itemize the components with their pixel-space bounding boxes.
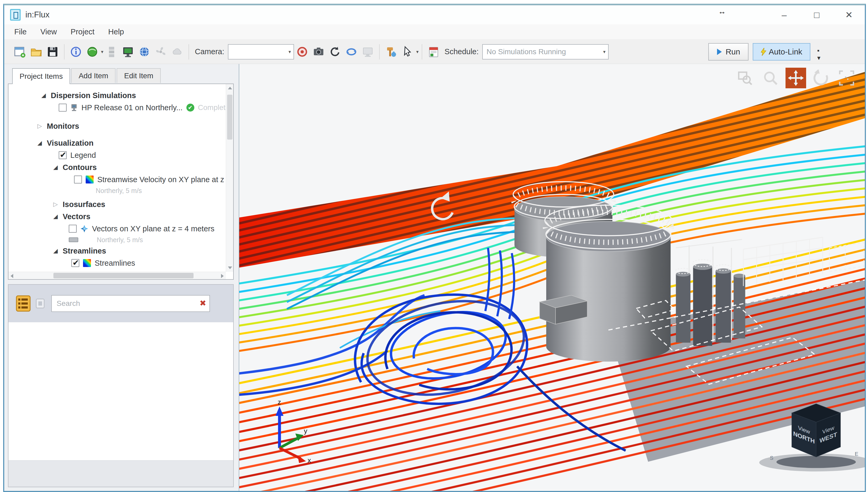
plane-chip-icon xyxy=(69,238,78,242)
scroll-left-icon[interactable] xyxy=(10,274,13,278)
tree-group-streamlines[interactable]: ◢ Streamlines xyxy=(8,245,233,257)
tools-icon[interactable] xyxy=(383,43,399,60)
toolbar-overflow-button[interactable]: ▪▾ xyxy=(817,47,820,62)
tree-group-isosurfaces[interactable]: ▷ Isosurfaces xyxy=(8,198,233,211)
refresh-icon[interactable] xyxy=(327,43,343,60)
record-icon[interactable] xyxy=(294,43,311,60)
expander-icon[interactable]: ◢ xyxy=(52,164,59,171)
tree-group-dispersion-simulations[interactable]: ◢ Dispersion Simulations xyxy=(8,89,233,101)
tree-item-subtitle: Northerly, 5 m/s xyxy=(8,235,233,245)
status-badge: Complete xyxy=(198,103,230,112)
tree-item-streamwise-velocity[interactable]: Streamwise Velocity on XY plane at z = xyxy=(8,173,233,186)
tab-edit-item[interactable]: Edit Item xyxy=(117,68,160,83)
compass-south-label: S xyxy=(770,455,773,461)
window-title: in:Flux xyxy=(25,10,49,20)
streamlines-checkbox[interactable] xyxy=(71,259,79,267)
schedule-value: No Simulations Running xyxy=(487,48,566,56)
project-tree: ◢ Dispersion Simulations HP Release 01 o… xyxy=(8,83,234,280)
expander-icon[interactable]: ◢ xyxy=(52,213,59,220)
hp-release-checkbox[interactable] xyxy=(59,104,67,112)
tree-item-subtitle: Northerly, 5 m/s xyxy=(8,186,233,196)
tree-item-vectors-xy[interactable]: Vectors on XY plane at z = 4 meters xyxy=(8,223,233,235)
tree-item-label: HP Release 01 on Northerly... xyxy=(81,103,183,112)
tree-group-monitors[interactable]: ▷ Monitors xyxy=(8,120,233,132)
legend-checkbox[interactable] xyxy=(59,151,67,159)
tree-item-label: Streamlines xyxy=(95,259,135,268)
menu-file[interactable]: File xyxy=(14,27,27,36)
stack-icon[interactable] xyxy=(103,43,120,60)
list-view-icon[interactable] xyxy=(16,295,31,312)
streamwise-checkbox[interactable] xyxy=(74,175,82,183)
schedule-label: Schedule: xyxy=(444,47,478,56)
clear-search-icon[interactable]: ✖ xyxy=(200,299,206,308)
tree-horizontal-scrollbar[interactable] xyxy=(8,272,226,279)
toolbar-separator xyxy=(189,44,189,59)
save-icon[interactable] xyxy=(44,43,61,60)
compass-east-label: E xyxy=(855,451,858,457)
tree-group-contours[interactable]: ◢ Contours xyxy=(8,161,233,173)
tree-vertical-scrollbar[interactable] xyxy=(226,84,233,272)
zoom-window-icon[interactable] xyxy=(735,68,755,88)
tab-add-item[interactable]: Add Item xyxy=(71,68,116,83)
scroll-down-icon[interactable] xyxy=(228,267,232,269)
scroll-up-icon[interactable] xyxy=(228,87,232,89)
expander-icon[interactable]: ◢ xyxy=(52,247,59,254)
tab-project-items[interactable]: Project Items xyxy=(12,68,70,84)
run-button[interactable]: Run xyxy=(708,43,748,60)
tree-group-label: Visualization xyxy=(47,139,94,148)
scroll-thumb[interactable] xyxy=(227,95,232,140)
viewport-3d[interactable]: z y x View NORTH View WEST S xyxy=(239,64,865,491)
tree-group-visualization[interactable]: ◢ Visualization xyxy=(8,137,233,149)
tree-group-vectors[interactable]: ◢ Vectors xyxy=(8,211,233,223)
flow-scene-svg[interactable]: z y x View NORTH View WEST S xyxy=(239,64,865,491)
scroll-right-icon[interactable] xyxy=(221,274,224,278)
green-globe-icon[interactable] xyxy=(84,43,100,60)
menu-bar: File View Project Help xyxy=(4,24,865,40)
cloud-icon[interactable] xyxy=(169,43,185,60)
rotate-view-icon[interactable] xyxy=(811,68,832,88)
schedule-dropdown-icon: ▾ xyxy=(603,49,605,55)
menu-help[interactable]: Help xyxy=(108,27,124,36)
monitor-icon[interactable] xyxy=(120,43,136,60)
zoom-icon[interactable] xyxy=(760,68,781,88)
menu-project[interactable]: Project xyxy=(71,27,94,36)
open-project-icon[interactable] xyxy=(28,43,44,60)
minimize-button[interactable]: – xyxy=(772,8,796,21)
view-options-icon[interactable] xyxy=(35,297,47,310)
colormap-icon xyxy=(83,259,91,267)
close-button[interactable]: ✕ xyxy=(837,8,861,21)
cursor-dropdown-icon[interactable]: ▾ xyxy=(416,49,419,55)
expander-icon[interactable]: ◢ xyxy=(36,140,43,146)
display-icon[interactable] xyxy=(359,43,376,60)
tree-item-legend[interactable]: Legend xyxy=(8,149,233,161)
pan-icon[interactable] xyxy=(786,68,806,88)
green-globe-dropdown-icon[interactable]: ▾ xyxy=(101,49,103,55)
schedule-select[interactable]: No Simulations Running ▾ xyxy=(482,44,609,59)
info-icon[interactable] xyxy=(68,43,84,60)
viewport-toolbar xyxy=(735,68,857,88)
maximize-button[interactable]: □ xyxy=(805,8,828,21)
search-input[interactable] xyxy=(51,295,210,312)
vectors-xy-checkbox[interactable] xyxy=(69,225,77,232)
expander-icon[interactable]: ▷ xyxy=(52,201,59,208)
expander-icon[interactable]: ▷ xyxy=(36,123,43,129)
expander-icon[interactable]: ◢ xyxy=(40,92,47,99)
tree-group-label: Isosurfaces xyxy=(63,200,105,209)
auto-link-button[interactable]: Auto-Link xyxy=(753,43,810,60)
globe-icon[interactable] xyxy=(136,43,153,60)
select-cursor-icon[interactable] xyxy=(399,43,416,60)
tree-item-hp-release[interactable]: HP Release 01 on Northerly... ✔ Complete xyxy=(8,101,233,114)
main-toolbar: ▾ Camera: ▾ ▾ xyxy=(4,40,865,64)
orbit-icon[interactable] xyxy=(343,43,359,60)
fan-icon[interactable] xyxy=(153,43,169,60)
tree-item-streamlines[interactable]: Streamlines xyxy=(8,257,233,269)
search-panel: ✖ xyxy=(8,284,234,487)
menu-view[interactable]: View xyxy=(41,27,57,36)
screenshot-icon[interactable] xyxy=(311,43,327,60)
camera-select[interactable]: ▾ xyxy=(228,44,294,59)
scroll-thumb[interactable] xyxy=(53,273,194,278)
subtitle-text: Northerly, 5 m/s xyxy=(82,236,143,244)
fit-view-icon[interactable] xyxy=(836,68,857,88)
process-vessels xyxy=(675,240,745,346)
new-project-icon[interactable] xyxy=(11,43,28,60)
